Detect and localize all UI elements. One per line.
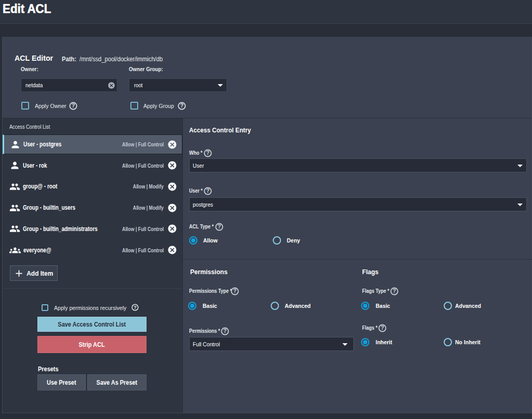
svg-text:?: ? [233,288,236,294]
svg-text:?: ? [217,223,221,229]
svg-text:?: ? [72,102,75,109]
svg-text:?: ? [223,328,227,334]
svg-text:?: ? [180,102,184,109]
svg-text:?: ? [206,150,209,156]
svg-text:?: ? [393,288,396,294]
svg-text:?: ? [381,325,384,331]
svg-text:?: ? [206,187,210,194]
svg-text:?: ? [134,305,137,310]
